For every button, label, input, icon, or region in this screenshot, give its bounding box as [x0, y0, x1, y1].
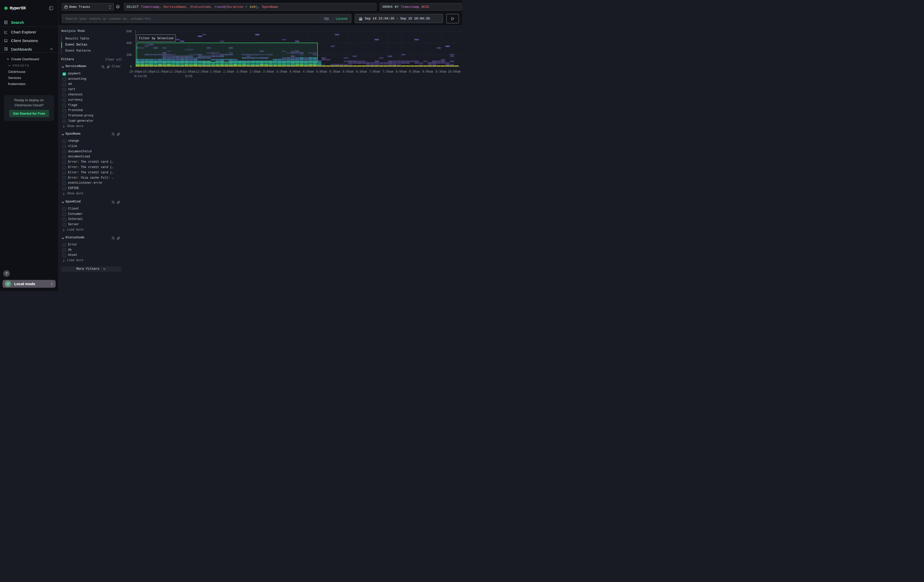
svg-text:10:00pm: 10:00pm: [129, 70, 142, 74]
svg-text:9/14/25: 9/14/25: [134, 75, 147, 78]
svg-text:2:30am: 2:30am: [250, 70, 261, 74]
svg-text:12:30am: 12:30am: [196, 70, 208, 74]
svg-text:12:00am: 12:00am: [182, 70, 195, 74]
svg-text:8:00am: 8:00am: [396, 70, 407, 74]
svg-text:9:30am: 9:30am: [436, 70, 446, 74]
svg-text:1:30am: 1:30am: [223, 70, 234, 74]
svg-text:6:30am: 6:30am: [356, 70, 366, 74]
svg-text:8:30am: 8:30am: [409, 70, 420, 74]
svg-text:11:00pm: 11:00pm: [156, 70, 168, 74]
svg-text:11:30pm: 11:30pm: [169, 70, 182, 74]
svg-text:6:00am: 6:00am: [343, 70, 353, 74]
svg-text:Filter by Selection: Filter by Selection: [139, 37, 174, 40]
svg-text:9/15: 9/15: [185, 75, 193, 78]
svg-text:10:00am: 10:00am: [448, 70, 460, 74]
svg-text:7:00am: 7:00am: [369, 70, 380, 74]
svg-text:5:00am: 5:00am: [316, 70, 327, 74]
svg-text:600: 600: [126, 30, 132, 33]
svg-text:2:00am: 2:00am: [236, 70, 247, 74]
svg-text:9:00am: 9:00am: [422, 70, 433, 74]
svg-text:0: 0: [130, 65, 132, 69]
svg-text:7:30am: 7:30am: [382, 70, 393, 74]
svg-text:10:30pm: 10:30pm: [142, 70, 155, 74]
svg-text:3:00am: 3:00am: [263, 70, 274, 74]
svg-text:200: 200: [126, 53, 132, 57]
svg-text:400: 400: [126, 41, 132, 45]
svg-text:5:30am: 5:30am: [329, 70, 340, 74]
svg-text:1:00am: 1:00am: [210, 70, 221, 74]
svg-text:3:30am: 3:30am: [276, 70, 287, 74]
svg-text:4:30am: 4:30am: [303, 70, 314, 74]
svg-text:4:00am: 4:00am: [289, 70, 300, 74]
